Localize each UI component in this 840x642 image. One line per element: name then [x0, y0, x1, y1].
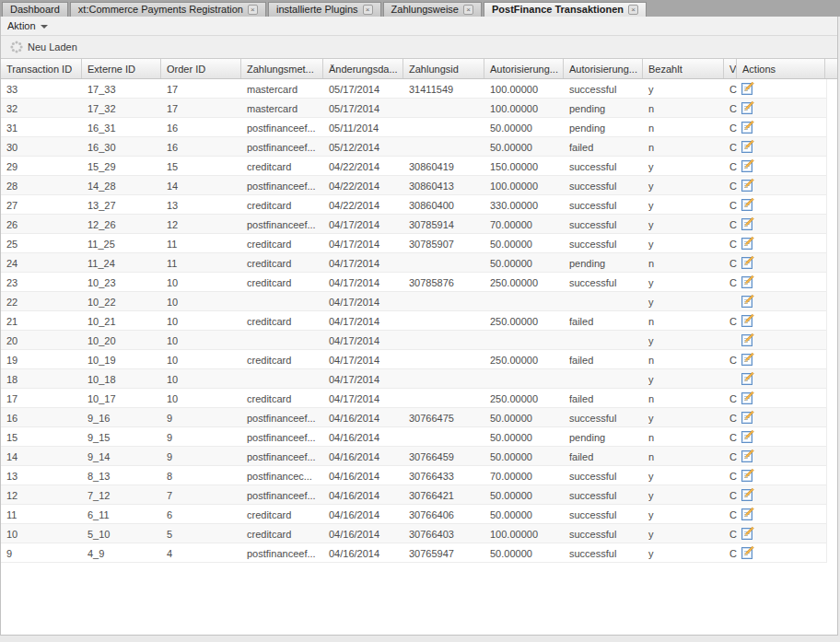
table-row[interactable]: 94_94postfinanceef...04/16/2014307659475… — [1, 543, 826, 563]
edit-action-button[interactable] — [737, 292, 825, 310]
cell-waehrung: C — [724, 195, 737, 214]
edit-action-button[interactable] — [737, 543, 825, 562]
edit-icon — [740, 468, 754, 483]
tab-close-icon[interactable]: × — [628, 5, 638, 15]
edit-icon — [740, 120, 754, 134]
table-row[interactable]: 2310_2310creditcard04/17/201430785876250… — [1, 273, 826, 292]
edit-action-button[interactable] — [737, 176, 825, 194]
edit-icon — [740, 313, 754, 328]
table-row[interactable]: 159_159postfinanceef...04/16/201450.0000… — [1, 427, 826, 447]
edit-action-button[interactable] — [737, 505, 825, 523]
edit-action-button[interactable] — [737, 427, 825, 446]
column-header-externe_id[interactable]: Externe ID — [82, 59, 161, 78]
column-header-order_id[interactable]: Order ID — [161, 59, 241, 78]
table-row[interactable]: 2110_2110creditcard04/17/2014250.00000fa… — [1, 311, 826, 331]
cell-autorisierung_status — [564, 331, 643, 349]
edit-action-button[interactable] — [737, 253, 825, 272]
tab[interactable]: xt:Commerce Payments Registration × — [70, 2, 266, 17]
tab-close-icon[interactable]: × — [463, 5, 473, 15]
cell-order_id: 17 — [161, 79, 241, 98]
table-row[interactable]: 2814_2814postfinanceef...04/22/201430860… — [1, 176, 826, 195]
table-row[interactable]: 1710_1710creditcard04/17/2014250.00000fa… — [1, 389, 826, 408]
cell-zahlungsid — [403, 292, 484, 310]
cell-externe_id: 10_20 — [82, 331, 161, 349]
tab[interactable]: PostFinance Transaktionen × — [484, 2, 647, 17]
cell-order_id: 9 — [161, 427, 241, 446]
table-row[interactable]: 2010_201004/17/2014y — [1, 331, 826, 350]
tab-close-icon[interactable]: × — [248, 5, 258, 15]
edit-action-button[interactable] — [737, 524, 825, 543]
table-row[interactable]: 105_105creditcard04/16/201430766403100.0… — [1, 524, 826, 543]
edit-action-button[interactable] — [737, 195, 825, 214]
column-header-autorisierung_status[interactable]: Autorisierung... — [564, 59, 643, 78]
column-header-aenderungsdatum[interactable]: Änderungsda... — [323, 59, 403, 78]
table-row[interactable]: 1910_1910creditcard04/17/2014250.00000fa… — [1, 350, 826, 369]
edit-action-button[interactable] — [737, 350, 825, 368]
aktion-menu[interactable]: Aktion — [7, 20, 48, 31]
cell-zahlungsmethode — [241, 369, 323, 388]
edit-icon — [740, 236, 754, 251]
cell-aenderungsdatum: 04/16/2014 — [323, 505, 403, 523]
edit-action-button[interactable] — [737, 157, 825, 175]
edit-action-button[interactable] — [737, 273, 825, 291]
cell-autorisierung_status: successful — [564, 485, 643, 504]
edit-action-button[interactable] — [737, 466, 825, 484]
column-header-transaction_id[interactable]: Transaction ID — [1, 59, 82, 78]
edit-action-button[interactable] — [737, 79, 825, 98]
table-row[interactable]: 127_127postfinanceef...04/16/20143076642… — [1, 485, 826, 505]
spinner-icon — [10, 41, 23, 53]
table-row[interactable]: 3217_3217mastercard05/17/2014100.00000pe… — [1, 99, 826, 118]
table-row[interactable]: 169_169postfinanceef...04/16/20143076647… — [1, 408, 826, 427]
edit-action-button[interactable] — [737, 311, 825, 330]
edit-action-button[interactable] — [737, 369, 825, 388]
cell-autorisierung_status: successful — [564, 79, 643, 98]
edit-icon — [740, 274, 754, 289]
edit-action-button[interactable] — [737, 485, 825, 504]
table-row[interactable]: 2713_2713creditcard04/22/201430860400330… — [1, 195, 826, 215]
edit-action-button[interactable] — [737, 389, 825, 407]
edit-action-button[interactable] — [737, 408, 825, 426]
tab[interactable]: installierte Plugins × — [268, 2, 381, 17]
cell-zahlungsmethode: postfinancec... — [241, 466, 323, 484]
table-row[interactable]: 149_149postfinanceef...04/16/20143076645… — [1, 447, 826, 466]
column-header-bezahlt[interactable]: Bezahlt — [643, 59, 724, 78]
table-row[interactable]: 3317_3317mastercard05/17/201431411549100… — [1, 79, 826, 99]
table-row[interactable]: 2210_221004/17/2014y — [1, 292, 826, 311]
cell-externe_id: 13_27 — [82, 195, 161, 214]
tab[interactable]: Dashboard — [2, 2, 68, 17]
column-header-actions[interactable]: Actions — [737, 59, 825, 78]
edit-action-button[interactable] — [737, 215, 825, 233]
edit-action-button[interactable] — [737, 99, 825, 117]
tab-close-icon[interactable]: × — [363, 5, 373, 15]
table-row[interactable]: 2511_2511creditcard04/17/20143078590750.… — [1, 234, 826, 253]
edit-action-button[interactable] — [737, 118, 825, 136]
edit-action-button[interactable] — [737, 447, 825, 465]
tab[interactable]: Zahlungsweise × — [383, 2, 482, 17]
table-row[interactable]: 116_116creditcard04/16/20143076640650.00… — [1, 505, 826, 524]
column-header-zahlungsmethode[interactable]: Zahlungsmet... — [241, 59, 323, 78]
edit-action-button[interactable] — [737, 234, 825, 252]
table-row[interactable]: 2411_2411creditcard04/17/201450.00000pen… — [1, 253, 826, 273]
table-row[interactable]: 3016_3016postfinanceef...05/12/201450.00… — [1, 137, 826, 157]
column-header-zahlungsid[interactable]: Zahlungsid — [403, 59, 484, 78]
cell-autorisierung_status: pending — [564, 118, 643, 136]
cell-autorisierung_betrag — [484, 292, 564, 310]
table-row[interactable]: 2612_2612postfinanceef...04/17/201430785… — [1, 215, 826, 234]
table-row[interactable]: 3116_3116postfinanceef...05/11/201450.00… — [1, 118, 826, 137]
cell-waehrung: C — [724, 215, 737, 233]
column-header-waehrung[interactable]: V — [724, 59, 737, 78]
cell-order_id: 17 — [161, 99, 241, 117]
table-row[interactable]: 2915_2915creditcard04/22/201430860419150… — [1, 157, 826, 176]
table-row[interactable]: 138_138postfinancec...04/16/201430766433… — [1, 466, 826, 485]
cell-externe_id: 15_29 — [82, 157, 161, 175]
column-header-autorisierung_betrag[interactable]: Autorisierung... — [484, 59, 564, 78]
reload-button[interactable]: Neu Laden — [5, 39, 83, 55]
table-row[interactable]: 1810_181004/17/2014y — [1, 369, 826, 389]
edit-icon — [740, 139, 754, 154]
cell-waehrung: C — [724, 505, 737, 523]
aktion-menu-label: Aktion — [7, 20, 36, 31]
cell-aenderungsdatum: 04/17/2014 — [323, 331, 403, 349]
cell-aenderungsdatum: 05/12/2014 — [323, 137, 403, 156]
edit-action-button[interactable] — [737, 137, 825, 156]
edit-action-button[interactable] — [737, 331, 825, 349]
